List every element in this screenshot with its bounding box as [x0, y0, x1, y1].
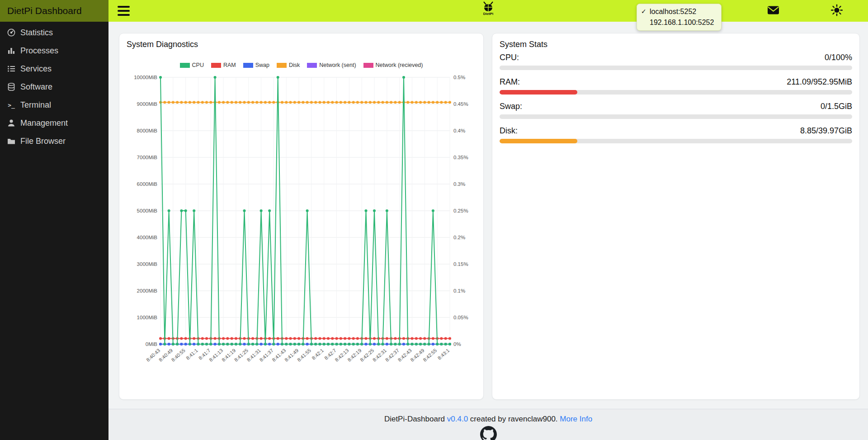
svg-text:3000MiB: 3000MiB [137, 261, 158, 267]
host-option-localhost[interactable]: ✓ localhost:5252 [637, 6, 721, 17]
bar-chart-icon [5, 46, 17, 55]
y-axis-right: 0%0.05%0.1%0.15%0.2%0.25%0.3%0.35%0.4%0.… [453, 75, 468, 347]
system-stats-card: System Stats CPU: 0/100% RAM: 211.09/952… [492, 33, 860, 400]
legend-swatch [243, 63, 253, 68]
footer: DietPi-Dashboard v0.4.0 created by raven… [108, 409, 868, 440]
system-diagnostics-card: System Diagnostics CPURAMSwapDiskNetwork… [119, 33, 484, 400]
ram-stat-value: 211.09/952.95MiB [787, 77, 852, 87]
svg-text:4000MiB: 4000MiB [137, 235, 158, 240]
svg-text:0.15%: 0.15% [453, 261, 468, 267]
ram-stat-row: RAM: 211.09/952.95MiB [500, 77, 852, 87]
legend-label: Network (sent) [319, 62, 356, 68]
legend-label: Swap [255, 62, 269, 68]
github-link[interactable] [480, 426, 497, 440]
database-icon [5, 82, 17, 91]
disk-stat-label: Disk: [500, 126, 518, 136]
legend-swatch [363, 63, 373, 68]
folder-icon [5, 137, 17, 146]
mail-icon [767, 6, 779, 15]
ram-stat-label: RAM: [500, 77, 520, 87]
svg-text:8:43:1: 8:43:1 [437, 348, 451, 361]
dark-mode-toggle[interactable] [830, 4, 844, 19]
ram-progress-bar [500, 90, 852, 95]
svg-text:10000MiB: 10000MiB [134, 75, 157, 80]
sidebar-item-processes[interactable]: Processes [0, 42, 108, 60]
list-icon [5, 64, 17, 73]
chart-legend: CPURAMSwapDiskNetwork (sent)Network (rec… [127, 62, 476, 68]
topbar: DietPi Dashboard DietPi [0, 0, 868, 22]
sidebar-item-label: Terminal [20, 100, 51, 110]
dietpi-logo: DietPi [481, 1, 495, 16]
swap-stat-label: Swap: [500, 102, 522, 111]
sidebar-item-management[interactable]: Management [0, 114, 108, 132]
svg-text:0.4%: 0.4% [453, 128, 465, 133]
main-content: System Diagnostics CPURAMSwapDiskNetwork… [108, 22, 868, 440]
sidebar: Statistics Processes Services Software [0, 22, 108, 440]
host-option-label: 192.168.1.100:5252 [650, 19, 714, 26]
legend-swatch [277, 63, 287, 68]
sidebar-item-label: Software [20, 82, 52, 92]
sidebar-item-services[interactable]: Services [0, 60, 108, 78]
diagnostics-title: System Diagnostics [127, 40, 476, 49]
diagnostics-chart[interactable]: 0MiB1000MiB2000MiB3000MiB4000MiB5000MiB6… [127, 72, 477, 379]
svg-text:8:40:55: 8:40:55 [170, 348, 186, 363]
swap-stat-value: 0/1.5GiB [821, 102, 852, 111]
disk-stat-value: 8.85/39.97GiB [800, 126, 852, 136]
menu-toggle-button[interactable] [115, 3, 132, 19]
svg-text:0.5%: 0.5% [453, 75, 465, 80]
footer-text: created by ravenclaw900. [470, 415, 558, 423]
sidebar-item-statistics[interactable]: Statistics [0, 24, 108, 42]
legend-item-ram[interactable]: RAM [211, 62, 236, 68]
legend-label: CPU [192, 62, 204, 68]
cpu-progress-bar [500, 66, 852, 70]
legend-item-disk[interactable]: Disk [277, 62, 300, 68]
svg-text:8:42:55: 8:42:55 [422, 348, 438, 363]
svg-text:0.45%: 0.45% [453, 101, 468, 107]
legend-label: Disk [289, 62, 300, 68]
legend-item-swap[interactable]: Swap [243, 62, 269, 68]
legend-swatch [180, 63, 190, 68]
svg-text:0.25%: 0.25% [453, 208, 468, 213]
svg-text:0%: 0% [453, 341, 461, 347]
terminal-icon: >_ [5, 102, 17, 109]
more-info-link[interactable]: More Info [560, 415, 592, 423]
svg-text:8000MiB: 8000MiB [137, 128, 158, 133]
sidebar-item-file-browser[interactable]: File Browser [0, 132, 108, 150]
ram-progress-fill [500, 90, 577, 95]
user-icon [5, 118, 17, 128]
svg-text:0.35%: 0.35% [453, 155, 468, 160]
x-axis: 8:40:438:40:498:40:558:41:18:41:78:41:13… [145, 348, 450, 363]
cpu-stat-row: CPU: 0/100% [500, 53, 852, 62]
legend-item-network-sent[interactable]: Network (sent) [307, 62, 356, 68]
svg-text:9000MiB: 9000MiB [137, 101, 158, 107]
svg-text:0.1%: 0.1% [453, 288, 465, 293]
version-link[interactable]: v0.4.0 [447, 415, 468, 423]
svg-text:2000MiB: 2000MiB [137, 288, 158, 293]
github-icon [480, 426, 497, 440]
sidebar-item-label: Statistics [20, 28, 53, 38]
svg-text:5000MiB: 5000MiB [137, 208, 158, 213]
legend-label: Network (recieved) [376, 62, 423, 68]
host-option-lan-ip[interactable]: 192.168.1.100:5252 [637, 17, 721, 28]
stats-title: System Stats [500, 40, 852, 49]
swap-progress-bar [500, 114, 852, 119]
mail-button[interactable] [766, 5, 780, 17]
sidebar-item-label: Services [20, 64, 52, 74]
legend-item-cpu[interactable]: CPU [180, 62, 204, 68]
dietpi-logo-caption: DietPi [483, 12, 494, 16]
check-icon: ✓ [641, 8, 646, 15]
disk-progress-fill [500, 139, 577, 143]
host-dropdown: ✓ localhost:5252 192.168.1.100:5252 [637, 4, 722, 31]
sidebar-item-terminal[interactable]: >_ Terminal [0, 96, 108, 114]
y-axis-left: 0MiB1000MiB2000MiB3000MiB4000MiB5000MiB6… [134, 75, 157, 347]
sidebar-item-label: Management [20, 118, 68, 128]
disk-stat-row: Disk: 8.85/39.97GiB [500, 126, 852, 136]
swap-stat-row: Swap: 0/1.5GiB [500, 102, 852, 111]
gauge-icon [5, 28, 17, 37]
sidebar-item-software[interactable]: Software [0, 78, 108, 96]
sun-icon [831, 5, 843, 16]
hamburger-icon [118, 6, 130, 8]
svg-text:7000MiB: 7000MiB [137, 155, 158, 160]
svg-text:0.05%: 0.05% [453, 315, 468, 320]
legend-item-network-recieved[interactable]: Network (recieved) [363, 62, 423, 68]
